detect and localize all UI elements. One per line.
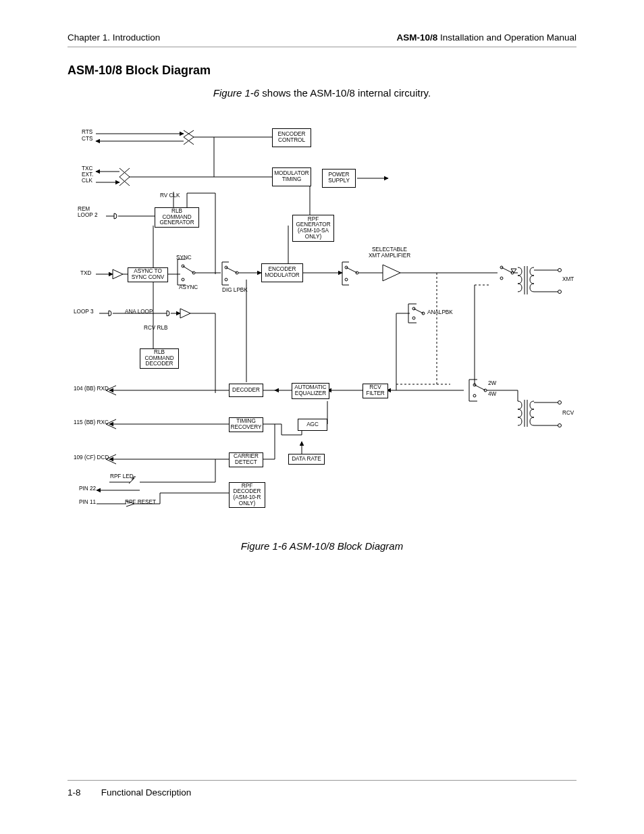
block-diagram: ENCODERCONTROL MODULATORTIMING POWERSUPP… bbox=[72, 118, 572, 528]
svg-point-51 bbox=[558, 269, 562, 272]
page-number: 1-8 bbox=[68, 787, 99, 798]
block-auto-equalizer: AUTOMATICEQUALIZER bbox=[292, 383, 329, 399]
label-analpbk: ANALPBK bbox=[427, 310, 453, 316]
label-loop3: LOOP 3 bbox=[74, 309, 93, 315]
svg-point-63 bbox=[412, 317, 415, 319]
svg-point-25 bbox=[225, 278, 227, 281]
figure-caption: Figure 1-6 ASM-10/8 Block Diagram bbox=[68, 540, 576, 552]
label-rpf-led: RPF LED bbox=[110, 474, 134, 480]
label-async: ASYNC bbox=[179, 285, 198, 291]
label-rcv-rlb: RCV RLB bbox=[144, 325, 168, 332]
label-txd: TXD bbox=[80, 271, 91, 277]
svg-point-45 bbox=[500, 277, 503, 280]
svg-point-34 bbox=[345, 278, 348, 281]
label-sync: SYNC bbox=[176, 255, 192, 261]
label-rxc: 115 (BB) RXC bbox=[74, 420, 109, 426]
svg-line-81 bbox=[475, 385, 485, 390]
label-rts: RTS bbox=[82, 130, 92, 136]
svg-point-88 bbox=[558, 401, 562, 405]
label-rcv: RCV bbox=[562, 411, 574, 417]
block-agc: AGC bbox=[298, 419, 327, 431]
block-encoder-modulator: ENCODERMODULATOR bbox=[261, 263, 303, 282]
svg-line-65 bbox=[414, 309, 423, 313]
svg-line-27 bbox=[226, 267, 237, 273]
label-rv-clk: RV CLK bbox=[160, 193, 180, 199]
svg-point-52 bbox=[558, 290, 562, 294]
label-dcd: 109 (CF) DCD bbox=[74, 455, 109, 461]
label-rem-loop2: REMLOOP 2 bbox=[78, 207, 105, 218]
block-carrier-detect: CARRIERDETECT bbox=[229, 452, 263, 467]
label-dig-lpbk: DIG LPBK bbox=[222, 288, 248, 294]
block-rpf-generator: RPFGENERATOR(ASM-10-SAONLY) bbox=[292, 215, 334, 242]
header-right: ASM-10/8 Installation and Operation Manu… bbox=[397, 32, 576, 43]
block-power-supply: POWERSUPPLY bbox=[322, 169, 356, 188]
svg-point-79 bbox=[473, 394, 476, 397]
label-sel-xmt-amp: SELECTABLEXMT AMPLIFIER bbox=[363, 247, 417, 259]
label-clk: CLK bbox=[82, 178, 92, 184]
block-modulator-timing: MODULATORTIMING bbox=[272, 167, 311, 186]
block-rpf-decoder: RPFDECODER(ASM-10-RONLY) bbox=[229, 482, 265, 508]
section-heading: ASM-10/8 Block Diagram bbox=[68, 63, 576, 78]
label-rpf-reset: RPF RESET bbox=[125, 500, 156, 506]
header-left: Chapter 1. Introduction bbox=[68, 32, 160, 43]
block-rcv-filter: RCVFILTER bbox=[363, 384, 388, 398]
label-rxd: 104 (BB) RXD bbox=[74, 386, 109, 392]
label-2w: 2W bbox=[488, 381, 496, 387]
label-pin22: PIN 22 bbox=[79, 486, 96, 492]
block-encoder-control: ENCODERCONTROL bbox=[272, 128, 311, 147]
label-pin11: PIN 11 bbox=[79, 500, 96, 506]
label-xmt: XMT bbox=[562, 277, 574, 283]
svg-line-19 bbox=[183, 266, 194, 273]
svg-point-17 bbox=[182, 278, 184, 281]
block-rlb-cmd-decoder: RLBCOMMANDDECODER bbox=[140, 348, 179, 369]
block-timing-recovery: TIMINGRECOVERY bbox=[229, 417, 263, 432]
svg-line-36 bbox=[346, 267, 357, 273]
block-rlb-cmd-generator: RLBCOMMANDGENERATOR bbox=[155, 207, 199, 228]
label-ana-loop: ANA LOOP bbox=[125, 309, 153, 315]
label-cts: CTS bbox=[82, 136, 92, 142]
intro-text: Figure 1-6 shows the ASM-10/8 internal c… bbox=[68, 87, 576, 99]
block-decoder: DECODER bbox=[229, 384, 263, 397]
svg-point-89 bbox=[558, 424, 562, 427]
footer-section: Functional Description bbox=[101, 787, 192, 798]
svg-line-47 bbox=[502, 267, 512, 273]
running-header: Chapter 1. Introduction ASM-10/8 Install… bbox=[68, 32, 576, 47]
block-data-rate: DATA RATE bbox=[288, 454, 325, 465]
block-async-sync: ASYNC TOSYNC CONV bbox=[128, 267, 168, 282]
running-footer: 1-8 Functional Description bbox=[68, 780, 576, 798]
label-4w: 4W bbox=[488, 392, 496, 398]
